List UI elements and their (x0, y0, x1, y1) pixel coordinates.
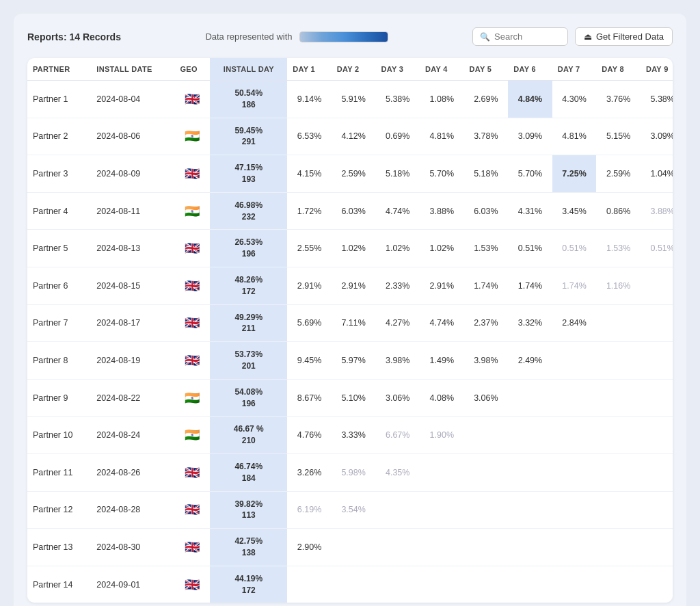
cell-install-day: 48.26% 172 (210, 267, 287, 304)
cell-geo: 🇬🇧 (174, 230, 210, 267)
cell-day7 (552, 453, 597, 491)
cell-day1: 9.14% (287, 81, 332, 118)
toolbar: Reports: 14 Records Data represented wit… (27, 27, 673, 46)
cell-day9 (641, 491, 673, 529)
cell-install-day: 46.98% 232 (210, 192, 287, 230)
cell-day4 (420, 491, 464, 529)
cell-day7: 3.45% (552, 192, 597, 230)
cell-day6: 3.09% (508, 118, 552, 155)
cell-day3: 3.98% (375, 342, 420, 380)
cell-day5: 5.18% (464, 155, 509, 193)
cell-install-date: 2024-08-19 (91, 342, 174, 380)
cell-day5 (464, 529, 509, 566)
toolbar-right: 🔍 ⏏ Get Filtered Data (472, 27, 673, 46)
cell-geo: 🇮🇳 (174, 118, 210, 155)
cell-day8 (596, 491, 641, 529)
cell-install-day: 46.74% 184 (210, 453, 287, 491)
cell-day1: 4.76% (287, 417, 332, 454)
cell-geo: 🇮🇳 (174, 379, 210, 417)
cell-day4: 5.70% (420, 155, 464, 193)
cell-day6 (508, 566, 552, 603)
col-install-day: INSTALL DAY (210, 58, 287, 81)
filter-button-label: Get Filtered Data (596, 31, 664, 42)
cell-day6 (508, 453, 552, 491)
cell-day9 (641, 342, 673, 380)
cell-day3: 4.27% (375, 304, 420, 342)
cell-day7: 0.51% (552, 230, 597, 267)
cell-day1: 2.90% (287, 529, 332, 566)
search-box[interactable]: 🔍 (472, 27, 568, 46)
cell-day5: 3.06% (464, 379, 509, 417)
cell-day4: 2.91% (420, 267, 464, 304)
col-day6: DAY 6 (508, 58, 552, 81)
table-row: Partner 72024-08-17🇬🇧49.29% 2115.69%7.11… (27, 304, 673, 342)
flag-icon: 🇬🇧 (185, 466, 200, 479)
cell-install-day: 47.15% 193 (210, 155, 287, 193)
table-row: Partner 82024-08-19🇬🇧53.73% 2019.45%5.97… (27, 342, 673, 380)
cell-day7 (552, 379, 597, 417)
cell-day5: 2.37% (464, 304, 509, 342)
color-bar (299, 31, 388, 42)
search-input[interactable] (494, 31, 561, 42)
flag-icon: 🇬🇧 (185, 540, 200, 554)
cell-install-day: 53.73% 201 (210, 342, 287, 380)
cell-install-day: 59.45% 291 (210, 118, 287, 155)
page-wrapper: Reports: 14 Records Data represented wit… (14, 14, 686, 606)
cell-install-date: 2024-09-01 (91, 566, 174, 603)
col-day1: DAY 1 (287, 58, 332, 81)
cell-day6 (508, 379, 552, 417)
cell-geo: 🇬🇧 (174, 453, 210, 491)
cell-day1 (287, 566, 332, 603)
cell-day4 (420, 453, 464, 491)
table-header-row: PARTNER INSTALL DATE GEO INSTALL DAY DAY… (27, 58, 673, 81)
col-day4: DAY 4 (420, 58, 464, 81)
cell-install-day: 39.82% 113 (210, 491, 287, 529)
cell-day6: 4.84% (508, 81, 552, 118)
cell-day5 (464, 566, 509, 603)
cell-day5: 6.03% (464, 192, 509, 230)
cell-install-date: 2024-08-22 (91, 379, 174, 417)
cell-day7 (552, 529, 597, 566)
cell-day8 (596, 379, 641, 417)
cell-install-date: 2024-08-09 (91, 155, 174, 193)
cell-day6 (508, 529, 552, 566)
cell-day9 (641, 267, 673, 304)
cell-day4: 4.81% (420, 118, 464, 155)
cell-day4 (420, 566, 464, 603)
cell-geo: 🇬🇧 (174, 342, 210, 380)
cell-partner: Partner 12 (27, 491, 91, 529)
cell-day1: 1.72% (287, 192, 332, 230)
flag-icon: 🇬🇧 (185, 503, 200, 516)
cell-day3: 1.02% (375, 230, 420, 267)
cell-day9: 3.09% (641, 118, 673, 155)
cell-day3: 4.74% (375, 192, 420, 230)
cell-day2: 3.54% (332, 491, 376, 529)
table-row: Partner 132024-08-30🇬🇧42.75% 1382.90% (27, 529, 673, 566)
cell-day8: 5.15% (596, 118, 641, 155)
cell-install-day: 46.67 % 210 (210, 417, 287, 454)
get-filtered-data-button[interactable]: ⏏ Get Filtered Data (575, 27, 673, 46)
cell-partner: Partner 3 (27, 155, 91, 193)
table-row: Partner 92024-08-22🇮🇳54.08% 1968.67%5.10… (27, 379, 673, 417)
cell-day8 (596, 453, 641, 491)
cell-day3 (375, 491, 420, 529)
cell-day2 (332, 529, 376, 566)
cell-day7 (552, 417, 597, 454)
cell-install-day: 42.75% 138 (210, 529, 287, 566)
flag-icon: 🇮🇳 (185, 205, 200, 218)
cell-day6 (508, 417, 552, 454)
cell-day8: 1.16% (596, 267, 641, 304)
flag-icon: 🇬🇧 (185, 316, 200, 330)
cell-partner: Partner 10 (27, 417, 91, 454)
cell-day1: 6.53% (287, 118, 332, 155)
cell-day3: 5.18% (375, 155, 420, 193)
cell-day2: 5.10% (332, 379, 376, 417)
cell-day1: 9.45% (287, 342, 332, 380)
cell-day3: 6.67% (375, 417, 420, 454)
flag-icon: 🇬🇧 (185, 167, 200, 181)
flag-icon: 🇬🇧 (185, 92, 200, 106)
cell-day5: 3.98% (464, 342, 509, 380)
col-day8: DAY 8 (596, 58, 641, 81)
cell-day8 (596, 342, 641, 380)
cell-day7: 7.25% (552, 155, 597, 193)
